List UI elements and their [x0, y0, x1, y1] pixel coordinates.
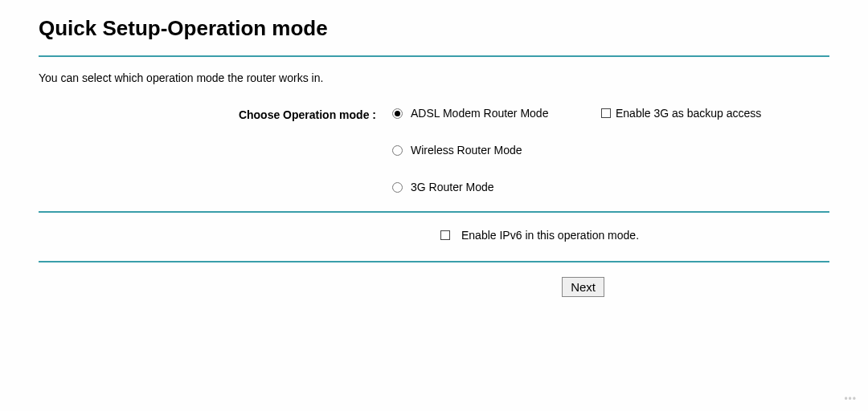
checkbox-ipv6[interactable]: Enable IPv6 in this operation mode.	[440, 229, 639, 242]
divider	[39, 55, 829, 57]
radio-icon[interactable]	[392, 108, 403, 119]
checkbox-label: Enable IPv6 in this operation mode.	[461, 229, 639, 242]
radio-label: ADSL Modem Router Mode	[411, 107, 548, 120]
checkbox-label: Enable 3G as backup access	[616, 107, 761, 120]
radio-option-3g[interactable]: 3G Router Mode	[392, 181, 601, 193]
checkbox-icon[interactable]	[440, 230, 450, 240]
radio-option-adsl[interactable]: ADSL Modem Router Mode	[392, 107, 601, 120]
radio-icon[interactable]	[392, 182, 403, 193]
next-button[interactable]: Next	[562, 277, 604, 297]
radio-icon[interactable]	[392, 145, 403, 156]
page-title: Quick Setup-Operation mode	[39, 16, 829, 41]
intro-text: You can select which operation mode the …	[39, 71, 829, 84]
checkbox-3g-backup[interactable]: Enable 3G as backup access	[601, 107, 761, 120]
operation-mode-label: Choose Operation mode :	[39, 107, 392, 121]
radio-option-wireless[interactable]: Wireless Router Mode	[392, 144, 601, 157]
radio-label: Wireless Router Mode	[411, 144, 522, 157]
checkbox-icon[interactable]	[601, 108, 611, 118]
radio-label: 3G Router Mode	[411, 181, 494, 193]
